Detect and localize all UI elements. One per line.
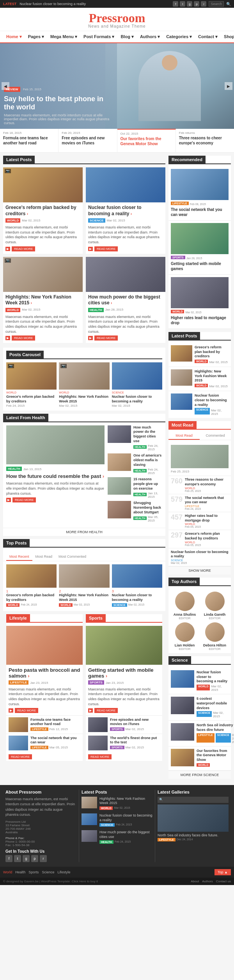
sidebar-title-1[interactable]: Greece's reform plan backed by creditors [195,345,229,359]
nav-item-pages[interactable]: Pages ▾ [25,31,47,43]
sports-main-title[interactable]: Getting started with mobile games › [88,667,160,679]
footer-pinterest-icon[interactable]: p [31,855,38,862]
top-post-title-3[interactable]: Nuclear fusion closer to becoming a real… [112,593,162,602]
nav-item-contact[interactable]: Contact ▾ [195,31,221,43]
read-more-btn-4[interactable]: READ MORE [94,335,118,341]
rec-title-3[interactable]: Higher rates lead to mortgage drop [171,315,229,325]
science-art-title-3[interactable]: North Sea oil industry faces dire future [197,723,234,732]
gallery-title-1[interactable]: North Sea oil industry faces dire future… [158,833,229,837]
carousel-item-title-2[interactable]: Highlights: New York Fashion Week 2015 [59,395,109,404]
hero-next-btn[interactable]: ▶ [225,82,232,90]
pinterest-icon[interactable]: p [194,1,199,7]
health-side-title-3[interactable]: 15 reasons people give up on exercise [133,477,162,491]
footer-facebook-icon[interactable]: f [5,855,12,862]
carousel-item-title-3[interactable]: Nuclear fusion closer to becoming a real… [112,395,162,404]
lifestyle-mini-title-1[interactable]: Formula one teams face another hard road [30,718,80,727]
science-art-title-1[interactable]: Nuclear fusion closer to becoming a real… [197,670,229,684]
sports-mini-title-1[interactable]: Free episodes and new movies on iTunes [110,718,160,727]
footer-twitter-icon[interactable]: t [14,855,21,862]
top-posts-tab-commented[interactable]: Most Commented [55,553,89,561]
sports-read-more-bottom[interactable]: READ MORE [86,752,162,761]
most-read-title-1[interactable]: Three reasons to cheer europe's economy [185,478,229,486]
facebook-icon[interactable]: f [173,1,178,7]
lifestyle-read-more-bottom[interactable]: READ MORE [6,752,83,761]
footer-link-authors[interactable]: Authors [202,880,213,883]
footer-post-title-1[interactable]: Highlights: New York Fashion Week 2015 [99,797,152,806]
nav-item-authors[interactable]: Authors ▾ [137,31,163,43]
site-title[interactable]: Pressroom [0,12,234,24]
read-more-btn-3[interactable]: READ MORE [12,335,35,341]
footer-rss-icon[interactable]: r [40,855,47,862]
article-title-4[interactable]: How much power do the biggest cities use… [88,294,163,306]
article-title-1[interactable]: Greece's reform plan backed by creditors… [5,205,80,217]
most-read-tab-commented[interactable]: Commented [200,432,231,440]
nav-item-mega-menu[interactable]: Mega Menu ▾ [47,31,80,43]
featured-item-4[interactable]: Feb returns Three reasons to cheer europ… [176,129,234,152]
top-posts-tab-recent[interactable]: Most Recent [6,553,32,561]
gallery-search-bar[interactable]: 🔍 [158,797,229,803]
bottom-nav-health[interactable]: Health [15,870,25,874]
health-main-title[interactable]: How the future could resemble the past › [6,473,105,480]
sports-read-more-bottom-btn[interactable]: READ MORE [88,754,112,759]
sidebar-title-2[interactable]: Highlights: New York Fashion Week 2015 [195,369,229,383]
bottom-nav-lifestyle[interactable]: Lifestyle [57,870,70,874]
lifestyle-read-more-btn[interactable]: READ MORE [15,708,38,713]
nav-item-post-formats[interactable]: Post Formats ▾ [80,31,117,43]
science-more-btn[interactable]: MORE FROM SCIENCE [168,771,231,779]
article-title-2[interactable]: Nuclear fusion closer to becoming a real… [88,205,163,217]
rec-title-1[interactable]: The social network that you can wear [171,207,229,217]
health-side-title-4[interactable]: Shrugging Nuremberg back about Stuttgart [133,501,162,515]
sidebar-title-3[interactable]: Nuclear fusion closer to becoming a real… [195,393,229,407]
most-read-title-5[interactable]: Nuclear fusion closer to becoming a real… [171,550,229,559]
top-posts-tab-read[interactable]: Most Read [32,553,56,561]
footer-post-title-2[interactable]: Nuclear fusion closer to becoming a real… [99,813,152,822]
sports-read-more-btn[interactable]: READ MORE [94,708,118,713]
scroll-top-btn[interactable]: Top ▲ [214,869,231,875]
carousel-item-title-1[interactable]: Greece's reform plan backed by creditors [6,395,57,404]
article-title-3[interactable]: Highlights: New York Fashion Week 2015 › [5,294,80,306]
health-more-btn[interactable]: MORE FROM HEALTH [3,528,165,536]
lifestyle-main-title[interactable]: Pesto pasta with broccoli and salmon › [9,667,80,679]
bottom-nav-world[interactable]: World [3,870,12,874]
most-read-show-more-btn[interactable]: SHOW MORE [168,566,231,574]
science-art-title-4[interactable]: Our favorites from the Geneva Motor Show [197,749,229,762]
top-post-title-1[interactable]: Greece's reform plan backed by creditors [6,593,57,602]
rss-icon[interactable]: r [201,1,206,7]
health-side-title-2[interactable]: One of america's oldest mafia is slaving [133,453,162,467]
twitter-icon[interactable]: t [180,1,185,7]
read-more-btn-2[interactable]: READ MORE [94,246,118,251]
author-name-4[interactable]: Debora Hilton [201,643,229,647]
nav-item-categories[interactable]: Categories ▾ [163,31,195,43]
most-read-tab-read[interactable]: Most Read [168,432,200,440]
author-name-3[interactable]: Lian Holden [171,643,199,647]
author-name-1[interactable]: Anna Shulins [171,613,199,616]
nav-item-home[interactable]: Home ▾ [3,31,25,43]
bottom-nav-sports[interactable]: Sports [28,870,39,874]
footer-post-title-3[interactable]: How much power do the biggest cities use [99,830,152,839]
lifestyle-mini-title-2[interactable]: The social network that you can wear [30,736,80,745]
most-read-title-2[interactable]: The social network that you can wear [185,496,229,505]
footer-google-icon[interactable]: g [23,855,30,862]
footer-link-contact[interactable]: Contact us [216,880,231,883]
most-read-title-3[interactable]: Higher rates lead to mortgage drop [185,514,229,523]
rec-title-2[interactable]: Getting started with mobile games [171,261,229,271]
featured-item-1[interactable]: Feb 18, 2015 Formula one teams face anot… [0,129,58,152]
lifestyle-read-more-bottom-btn[interactable]: READ MORE [9,754,32,759]
author-name-2[interactable]: Linda Gareth [201,613,229,616]
featured-item-2[interactable]: Feb 20, 2015 Free episodes and new movie… [58,129,117,152]
nav-item-blog[interactable]: Blog ▾ [117,31,137,43]
google-icon[interactable]: g [187,1,192,7]
science-art-title-2[interactable]: 5 coolest waterproof mobile devices [197,697,229,710]
most-read-title-4[interactable]: Greece's reform plan backed by creditors [185,532,229,541]
health-side-title-1[interactable]: How much power do the biggest cities use [133,425,162,444]
hero-prev-btn[interactable]: ◀ [2,82,9,90]
sports-mini-title-2[interactable]: The world's finest drone put to the test [110,736,160,745]
search-icon[interactable]: 🔍 [226,2,231,6]
top-post-title-2[interactable]: Highlights: New York Fashion Week 2015 [59,593,109,602]
health-read-more-btn[interactable]: READ MORE [12,497,36,502]
read-more-btn-1[interactable]: READ MORE [12,246,35,251]
featured-item-3[interactable]: Oct 22, 2015 Our favorites from the Gene… [117,129,176,152]
search-input-top[interactable]: Search [209,1,224,7]
nav-item-shop[interactable]: Shop [221,31,234,43]
footer-link-about[interactable]: About [191,880,199,883]
